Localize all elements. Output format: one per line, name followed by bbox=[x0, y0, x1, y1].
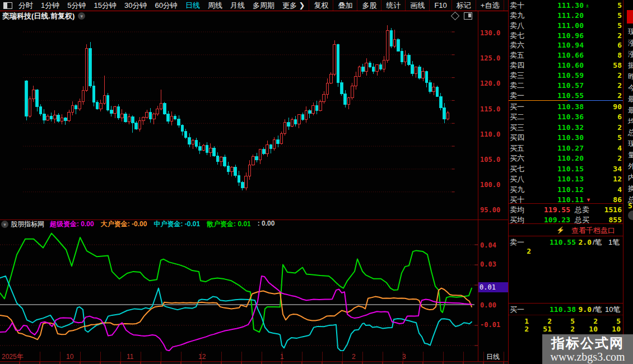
clipped-stat-label: 外 bbox=[628, 161, 633, 171]
clipped-stat-label: 总 bbox=[628, 128, 633, 138]
qd-border-bottom bbox=[509, 236, 623, 236]
menu-item-标记[interactable]: 标记 bbox=[452, 0, 476, 11]
menu-item-统计[interactable]: 统计 bbox=[381, 0, 405, 11]
ask-row-卖八[interactable]: 卖八111.005 bbox=[509, 21, 623, 30]
menu-item-1分钟[interactable]: 1分钟 bbox=[37, 0, 63, 11]
bid-row-买三[interactable]: 买三110.322 bbox=[509, 123, 623, 132]
avg-divider bbox=[509, 203, 623, 204]
bid-row-买九[interactable]: 买九110.124 bbox=[509, 185, 623, 194]
menu-item-30分钟[interactable]: 30分钟 bbox=[120, 0, 151, 11]
clipped-lot-value: 5 bbox=[628, 202, 632, 210]
menu-item-5分钟[interactable]: 5分钟 bbox=[63, 0, 90, 11]
clipped-bottom-toolbar bbox=[0, 362, 508, 364]
date-3: 3 bbox=[402, 353, 406, 361]
menu-item-叠加[interactable]: 叠加 bbox=[333, 0, 357, 11]
date-2: 2 bbox=[352, 353, 356, 361]
date-2025年: 2025年 bbox=[2, 353, 24, 361]
ask-row-卖七[interactable]: 卖七110.962 bbox=[509, 31, 623, 40]
menu-item-月线[interactable]: 月线 bbox=[226, 0, 249, 11]
queue-lot: 1 bbox=[506, 317, 529, 325]
clipped-stat-label: 内 bbox=[628, 172, 633, 183]
series-超级资金 bbox=[0, 276, 472, 351]
clipped-stat-label: 最 bbox=[628, 105, 633, 115]
queue-lot: 2 bbox=[529, 317, 552, 325]
menu-item-多周期[interactable]: 多周期 bbox=[249, 0, 278, 11]
queue-lot: 2 bbox=[575, 317, 598, 325]
spread-line-left bbox=[509, 100, 568, 101]
ask-row-卖十[interactable]: 卖十111.30±5 bbox=[509, 1, 623, 10]
date-axis bbox=[0, 352, 508, 362]
ask-row-卖九[interactable]: 卖九111.205 bbox=[509, 11, 623, 20]
depth-ask-row[interactable]: 卖一110.552.0/笔1笔 bbox=[509, 237, 623, 247]
spread-line-right bbox=[568, 100, 623, 101]
indicator-legend: 超级资金: 0.00大户资金: -0.00中户资金: -0.01散户资金: 0.… bbox=[50, 220, 281, 229]
ask-row-卖二[interactable]: 卖二110.572 bbox=[509, 81, 623, 90]
view-full-depth-link[interactable]: ⚡查看千档盘口 bbox=[509, 226, 623, 235]
depth-bid-row[interactable]: 买一110.389.0/笔10笔 bbox=[509, 305, 623, 314]
date-10: 10 bbox=[66, 353, 73, 361]
trading-terminal: 分时1分钟5分钟15分钟30分钟60分钟日线周线月线多周期更多 ❯ 复权叠加多股… bbox=[0, 0, 633, 364]
ask-row-卖一[interactable]: 卖一110.552 bbox=[509, 91, 623, 100]
chart-title-bar: 奕瑞科技(日线.前复权) ▾ bbox=[0, 11, 478, 21]
legend-中户资金: 中户资金: -0.01 bbox=[153, 220, 200, 229]
indicator-header: ▾ 股朋指标网 超级资金: 0.00大户资金: -0.00中户资金: -0.01… bbox=[0, 220, 478, 228]
menu-item-画线[interactable]: 画线 bbox=[405, 0, 429, 11]
menu-item-日线[interactable]: 日线 bbox=[181, 0, 204, 11]
layout-icon[interactable] bbox=[3, 2, 12, 9]
order-book-panel: 卖十111.30±5卖九111.205卖八111.005卖七110.962卖六1… bbox=[509, 0, 623, 364]
menu-item-更多 ❯[interactable]: 更多 ❯ bbox=[278, 0, 309, 11]
bid-border-top bbox=[509, 303, 623, 304]
collapse-circle-icon[interactable] bbox=[628, 211, 633, 220]
price-tick-105.0: 105.0 bbox=[480, 156, 507, 164]
menu-item-15分钟[interactable]: 15分钟 bbox=[90, 0, 120, 11]
bid-row-买一[interactable]: 买一110.3890 bbox=[509, 102, 623, 111]
menu-item-60分钟[interactable]: 60分钟 bbox=[151, 0, 181, 11]
queue-lot: 51 bbox=[529, 325, 552, 333]
ask-row-卖六[interactable]: 卖六110.946 bbox=[509, 40, 623, 50]
menu-item-周线[interactable]: 周线 bbox=[204, 0, 226, 11]
indicator-name: 股朋指标网 bbox=[11, 220, 44, 229]
collapse-chevron-icon[interactable]: ▾ bbox=[1, 221, 8, 228]
candlestick-chart[interactable] bbox=[0, 21, 478, 220]
clipped-stat-label: 振 bbox=[628, 60, 633, 71]
clipped-stat-label: 涨 bbox=[628, 49, 633, 59]
qd-border-top bbox=[509, 223, 623, 224]
bid-row-买五[interactable]: 买五110.274 bbox=[509, 143, 623, 153]
queue-lot: 5 bbox=[598, 317, 621, 325]
clipped-stat-label: 最 bbox=[628, 94, 633, 104]
red-tab-icon[interactable] bbox=[627, 10, 633, 24]
chart-separator bbox=[0, 220, 508, 220]
chevron-down-icon[interactable]: ▾ bbox=[78, 12, 85, 20]
bid-row-买二[interactable]: 买二110.366 bbox=[509, 112, 623, 122]
period-label[interactable]: 日线 bbox=[478, 352, 508, 362]
bid-row-买七[interactable]: 买七110.1534 bbox=[509, 164, 623, 174]
diamond-marker-icon[interactable] bbox=[451, 12, 460, 21]
watermark-line2: www.zbgs3.com bbox=[550, 351, 625, 363]
period-menu-left: 分时1分钟5分钟15分钟30分钟60分钟日线周线月线多周期更多 ❯ bbox=[15, 0, 309, 11]
price-tick-95.00: 95.00 bbox=[480, 206, 507, 214]
price-tick-125.0: 125.0 bbox=[480, 54, 507, 62]
legend-大户资金: 大户资金: -0.00 bbox=[101, 220, 147, 229]
fund-flow-chart[interactable] bbox=[0, 229, 478, 351]
queue-lot: 10 bbox=[575, 325, 598, 333]
price-tick-110.0: 110.0 bbox=[480, 130, 507, 138]
sell-avg-row[interactable]: 卖均119.55总卖1516 bbox=[509, 205, 623, 214]
watermark-line1: 指标公式网 bbox=[551, 336, 624, 351]
split-panel-icon[interactable] bbox=[464, 12, 472, 20]
bid-row-买四[interactable]: 买四110.305 bbox=[509, 133, 623, 142]
menu-item-复权[interactable]: 复权 bbox=[309, 0, 333, 11]
ask-row-卖五[interactable]: 卖五110.668 bbox=[509, 50, 623, 60]
clipped-stat-label: 量 bbox=[628, 150, 633, 160]
menu-item-多股[interactable]: 多股 bbox=[357, 0, 381, 11]
bid-row-买八[interactable]: 买八110.1312 bbox=[509, 174, 623, 184]
series-中户资金 bbox=[0, 276, 472, 351]
menu-item-+自选[interactable]: +自选 bbox=[476, 0, 504, 11]
date-1: 1 bbox=[280, 353, 284, 361]
menu-item-F10[interactable]: F10 bbox=[429, 0, 451, 11]
ask-row-卖四[interactable]: 卖四110.6058 bbox=[509, 60, 623, 70]
menu-item-分时[interactable]: 分时 bbox=[15, 0, 37, 11]
bid-row-买六[interactable]: 买六110.202 bbox=[509, 153, 623, 163]
ask-row-卖三[interactable]: 卖三110.592 bbox=[509, 71, 623, 80]
queue-lot: 10 bbox=[598, 325, 621, 333]
clipped-stat-label: 今 bbox=[628, 83, 633, 93]
